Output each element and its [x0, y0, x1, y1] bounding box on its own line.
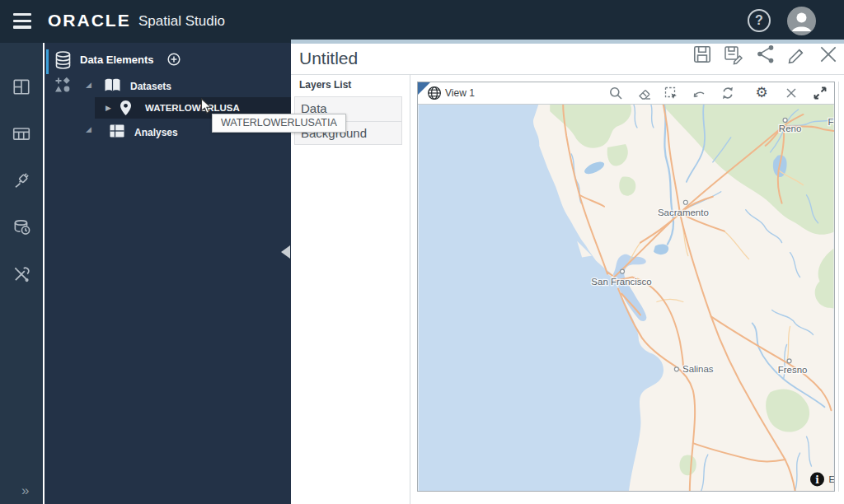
edit-pencil-icon[interactable] — [786, 44, 808, 65]
view-title: View 1 — [445, 82, 475, 104]
add-dataset-icon[interactable] — [167, 53, 181, 66]
save-as-icon[interactable] — [723, 44, 744, 65]
marquee-select-icon[interactable] — [663, 86, 678, 100]
map-view-card: View 1 ⚙ — [417, 82, 835, 492]
refresh-icon[interactable] — [720, 86, 735, 100]
label-fresno: Fresno — [778, 365, 808, 375]
panel-collapse-handle-icon[interactable] — [281, 245, 290, 259]
close-editor-icon[interactable] — [818, 44, 839, 65]
tree-node-dataset-name[interactable]: WATERLOWERLUSA — [145, 103, 240, 113]
data-elements-panel: Data Elements ◢ Datasets ▶ WATERLOWERLUS… — [45, 43, 291, 504]
admin-tools-icon[interactable] — [12, 264, 31, 284]
info-icon[interactable]: i — [815, 474, 819, 486]
dashboard-icon[interactable] — [12, 77, 31, 96]
label-salinas: Salinas — [682, 364, 714, 374]
panel-title: Data Elements — [80, 54, 154, 66]
share-icon[interactable] — [755, 44, 776, 65]
user-avatar[interactable] — [787, 7, 816, 35]
label-fernley-clipped: Fe — [828, 117, 834, 127]
person-icon — [787, 7, 816, 35]
map-canvas[interactable]: Sacramento San Francisco Salinas Fresno … — [418, 105, 834, 491]
layers-list-title: Layers List — [299, 79, 351, 91]
expand-view-icon[interactable] — [813, 86, 828, 100]
datasets-expand-icon[interactable]: ◢ — [86, 81, 91, 89]
dataset-tooltip: WATERLOWERLUSATIA — [212, 114, 346, 133]
globe-icon — [427, 86, 442, 100]
menu-hamburger-icon[interactable] — [13, 13, 31, 29]
content-top-accent — [291, 40, 844, 44]
map-pin-icon — [120, 100, 132, 116]
dataset-collapsed-icon[interactable]: ▶ — [106, 104, 111, 112]
save-icon[interactable] — [692, 44, 713, 65]
settings-gear-icon[interactable]: ⚙ — [754, 86, 769, 100]
expand-rail-icon[interactable]: » — [21, 483, 27, 499]
help-icon[interactable]: ? — [748, 9, 771, 32]
database-icon[interactable] — [54, 50, 73, 72]
jobs-database-clock-icon[interactable] — [12, 217, 31, 237]
analyses-table-icon — [109, 124, 125, 138]
top-bar: ORACLE Spatial Studio ? — [0, 0, 844, 43]
product-name: Spatial Studio — [138, 13, 225, 30]
scrollbar-track[interactable] — [838, 82, 839, 492]
previous-extent-icon[interactable] — [692, 86, 706, 100]
label-reno: Reno — [779, 124, 801, 133]
oracle-logo: ORACLE — [48, 11, 131, 30]
analyses-expand-icon[interactable]: ◢ — [86, 125, 91, 133]
connections-plug-icon[interactable] — [12, 170, 31, 190]
shapes-icon[interactable] — [54, 77, 71, 93]
label-san-francisco: San Francisco — [591, 277, 651, 287]
left-nav-rail: » — [0, 43, 43, 504]
layers-divider — [410, 74, 410, 504]
close-view-icon[interactable] — [784, 86, 799, 100]
map-attribution: E — [828, 474, 834, 484]
eraser-icon[interactable] — [637, 86, 652, 100]
page-title[interactable]: Untitled — [299, 49, 358, 68]
label-sacramento: Sacramento — [658, 208, 709, 217]
datasets-table-icon[interactable] — [12, 124, 31, 143]
tree-node-datasets[interactable]: Datasets — [130, 81, 171, 92]
book-icon — [102, 77, 123, 93]
active-tab-indicator — [46, 49, 49, 74]
editor-area: Untitled Layers List Data Background Vie… — [291, 44, 844, 504]
header-divider — [291, 74, 844, 75]
map-view-header: View 1 ⚙ — [418, 82, 834, 105]
search-icon[interactable] — [608, 86, 623, 100]
tree-node-analyses[interactable]: Analyses — [134, 127, 178, 138]
mouse-cursor-icon — [200, 98, 213, 115]
